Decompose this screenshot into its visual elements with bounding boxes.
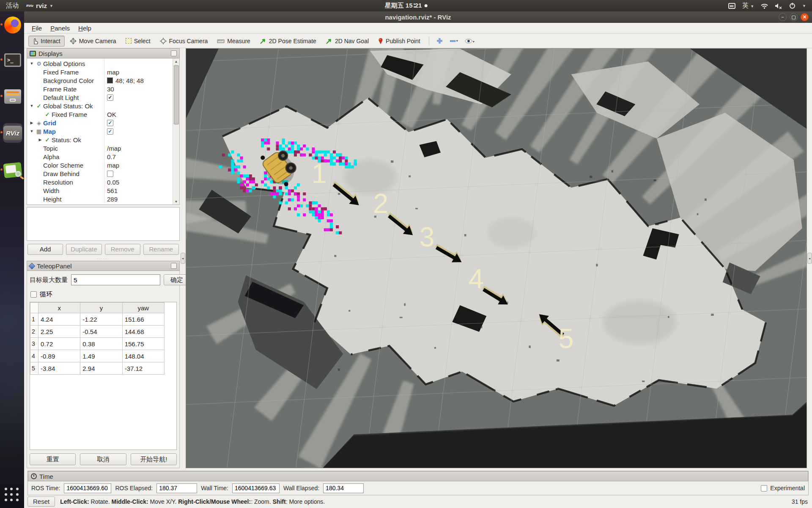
tool-2d-pose-estimate[interactable]: 2D Pose Estimate [255, 36, 321, 47]
property-row[interactable]: Resolution0.05 [27, 178, 173, 186]
minimize-button[interactable]: – [779, 13, 787, 21]
add-display-button[interactable]: Add [27, 244, 63, 255]
maximize-button[interactable]: ▢ [790, 13, 798, 21]
expander-icon[interactable]: ▼ [29, 129, 35, 133]
property-row[interactable]: Color Schememap [27, 161, 173, 169]
property-value[interactable]: map [104, 161, 173, 169]
dock-item-firefox[interactable] [3, 15, 22, 35]
add-tool-button[interactable] [433, 36, 446, 46]
property-row[interactable]: ▼▦Map✓ [27, 127, 173, 135]
waypoint-cell[interactable]: 2.25 [38, 326, 80, 338]
displays-filter-area[interactable] [27, 207, 180, 241]
property-value[interactable] [104, 169, 173, 178]
waypoint-cell[interactable]: 1.49 [80, 350, 122, 362]
map-canvas[interactable]: 12345 [186, 49, 807, 468]
right-panel-collapse-handle[interactable]: ◂ [807, 253, 812, 264]
waypoint-cell[interactable]: -0.89 [38, 350, 80, 362]
property-row[interactable]: Frame Rate30 [27, 85, 173, 93]
waypoint-cell[interactable]: -0.54 [80, 326, 122, 338]
tool-properties-button[interactable]: ▾ [462, 37, 477, 45]
waypoint-cell[interactable]: 156.75 [122, 338, 164, 350]
dock-item-terminal[interactable]: >_ [3, 50, 22, 70]
property-value[interactable]: 289 [104, 195, 173, 203]
expander-icon[interactable]: ▶ [37, 138, 43, 142]
property-row[interactable]: Fixed Framemap [27, 68, 173, 76]
clock[interactable]: 星期五 15∶21 [385, 2, 428, 10]
waypoint-cell[interactable]: 0.72 [38, 338, 80, 350]
waypoint-cell[interactable]: -37.12 [122, 362, 164, 375]
time-panel-header[interactable]: Time [28, 471, 808, 481]
property-checkbox[interactable]: ✓ [107, 120, 113, 126]
cancel-button[interactable]: 取消 [80, 453, 126, 465]
tool-focus-camera[interactable]: Focus Camera [156, 36, 212, 47]
experimental-checkbox[interactable] [761, 485, 767, 491]
dock-item-screenshot[interactable] [3, 160, 22, 180]
waypoint-cell[interactable]: 151.66 [122, 313, 164, 326]
system-menu-chevron[interactable]: ▼ [802, 4, 806, 8]
color-swatch[interactable] [107, 77, 113, 83]
app-menu[interactable]: RViz rviz ▼ [26, 2, 53, 9]
property-value[interactable]: 0.7 [104, 152, 173, 161]
tool-move-camera[interactable]: Move Camera [66, 36, 121, 47]
property-value[interactable]: ✓ [104, 119, 173, 127]
property-value[interactable] [104, 135, 173, 144]
property-checkbox[interactable]: ✓ [107, 94, 113, 101]
property-row[interactable]: ▶◈Grid✓ [27, 119, 173, 127]
property-value[interactable]: /map [104, 144, 173, 152]
titlebar[interactable]: navigation.rviz* - RViz – ▢ ✕ [24, 11, 812, 23]
tool-publish-point[interactable]: Publish Point [374, 36, 425, 47]
property-value[interactable]: 0.05 [104, 178, 173, 186]
3d-view[interactable]: 12345 [186, 48, 807, 468]
row-header[interactable]: 4 [30, 350, 38, 362]
tool-2d-nav-goal[interactable]: 2D Nav Goal [321, 36, 373, 47]
teleop-panel-header[interactable]: TeleopPanel [27, 261, 180, 271]
tool-interact[interactable]: Interact [28, 36, 65, 47]
reset-goals-button[interactable]: 重置 [30, 453, 76, 465]
reset-button[interactable]: Reset [27, 497, 55, 507]
float-panel-button[interactable] [171, 263, 177, 269]
property-row[interactable]: Background Color48; 48; 48 [27, 76, 173, 85]
ros-elapsed-input[interactable] [156, 483, 197, 493]
property-row[interactable]: Topic/map [27, 144, 173, 152]
waypoint-cell[interactable]: 144.68 [122, 326, 164, 338]
property-checkbox[interactable] [107, 171, 113, 177]
waypoint-cell[interactable]: -1.22 [80, 313, 122, 326]
menu-panels[interactable]: Panels [46, 23, 74, 33]
property-row[interactable]: Alpha0.7 [27, 152, 173, 161]
expander-icon[interactable]: ▼ [29, 61, 35, 66]
waypoint-cell[interactable]: 4.24 [38, 313, 80, 326]
property-value[interactable]: map [104, 68, 173, 76]
expander-icon[interactable]: ▶ [29, 121, 35, 125]
property-row[interactable]: ✓Fixed FrameOK [27, 110, 173, 119]
float-panel-button[interactable] [171, 50, 177, 56]
property-value[interactable]: OK [104, 110, 173, 119]
waypoint-cell[interactable]: 148.04 [122, 350, 164, 362]
tool-measure[interactable]: Measure [213, 36, 254, 47]
row-header[interactable]: 5 [30, 362, 38, 375]
start-navigation-button[interactable]: 开始导航! [131, 453, 177, 465]
goal-count-input[interactable] [71, 274, 160, 285]
scroll-thumb[interactable] [174, 65, 179, 124]
property-row[interactable]: ▼⚙Global Options [27, 59, 173, 68]
property-value[interactable]: 30 [104, 85, 173, 93]
column-header[interactable]: y [80, 303, 122, 313]
activities-button[interactable]: 活动 [6, 2, 19, 10]
property-row[interactable]: Height289 [27, 195, 173, 203]
row-header[interactable]: 2 [30, 326, 38, 338]
wall-time-input[interactable] [232, 483, 280, 493]
remove-tool-button[interactable]: ▾ [447, 37, 461, 44]
property-row[interactable]: Draw Behind [27, 169, 173, 178]
property-checkbox[interactable]: ✓ [107, 128, 113, 135]
property-row[interactable]: Default Light✓ [27, 93, 173, 102]
property-value[interactable]: ✓ [104, 127, 173, 135]
row-header[interactable]: 3 [30, 338, 38, 350]
ros-time-input[interactable] [64, 483, 111, 493]
waypoint-cell[interactable]: 2.94 [80, 362, 122, 375]
waypoint-cell[interactable]: -3.84 [38, 362, 80, 375]
property-value[interactable] [104, 102, 173, 110]
displays-panel-header[interactable]: Displays [27, 48, 180, 58]
left-panel-collapse-handle[interactable]: ◂ [181, 253, 185, 264]
panel-splitter[interactable]: ······ [27, 257, 180, 261]
property-value[interactable]: ✓ [104, 93, 173, 102]
column-header[interactable]: x [38, 303, 80, 313]
